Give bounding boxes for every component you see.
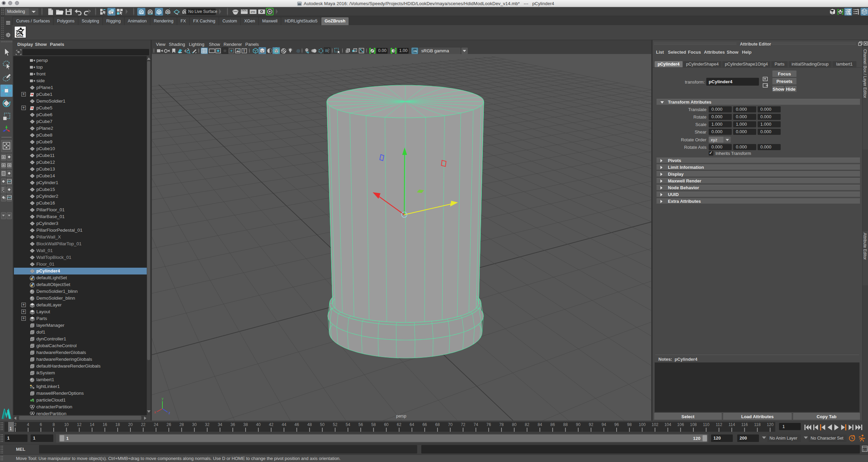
svg-text:{;}: {;}: [863, 448, 868, 451]
